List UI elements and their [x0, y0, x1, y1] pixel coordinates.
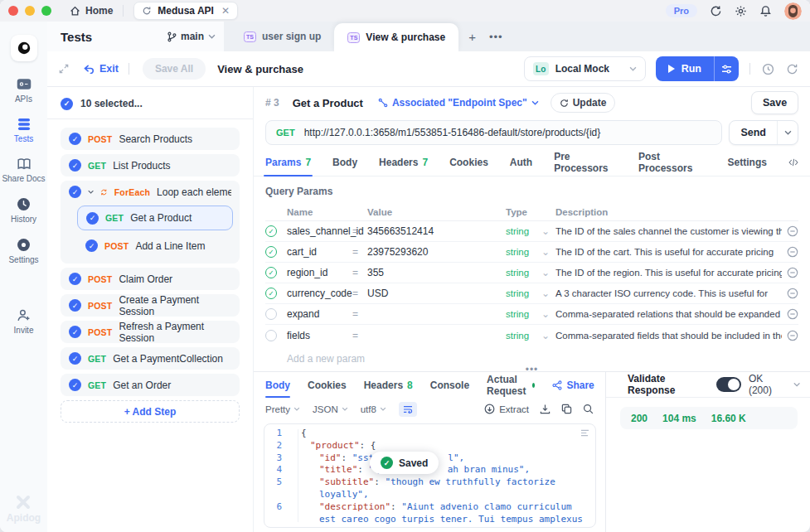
param-value[interactable]: 355 [367, 267, 506, 278]
step-checkbox[interactable]: ✓ [69, 159, 81, 172]
word-wrap-button[interactable] [399, 402, 417, 417]
tab-view-and-purchase[interactable]: TS View & purchase [334, 23, 458, 51]
type-chevron-icon[interactable]: ⌄ [541, 288, 555, 299]
remove-param-icon[interactable] [787, 267, 798, 278]
param-description[interactable]: The ID of the sales channel the customer… [555, 226, 782, 236]
param-name[interactable]: fields [287, 330, 352, 341]
app-logo[interactable] [11, 35, 37, 61]
select-all-checkbox[interactable]: ✓ [61, 98, 73, 110]
send-button[interactable]: Send [730, 121, 778, 144]
url-input[interactable]: GET http://127.0.0.1:3658/m1/553851-5164… [265, 120, 722, 145]
sidebar-item-history[interactable]: History [11, 197, 36, 224]
tab-body[interactable]: Body [332, 148, 357, 176]
collapse-panel-icon[interactable] [59, 64, 69, 74]
tab-pre-processors[interactable]: Pre Processors [554, 148, 617, 176]
step-list-products[interactable]: ✓ GET List Products [61, 154, 240, 177]
add-step-button[interactable]: + Add Step [61, 400, 240, 423]
chevron-down-icon[interactable] [88, 189, 94, 195]
save-all-button[interactable]: Save All [143, 58, 206, 80]
step-checkbox[interactable]: ✓ [69, 379, 81, 391]
type-chevron-icon[interactable]: ⌄ [541, 308, 555, 320]
param-type[interactable]: string [506, 247, 541, 257]
project-tab[interactable]: Medusa API ✕ [133, 2, 238, 20]
response-body-code[interactable]: 1{2"product": {3"id": "sstjkQJ\l",4"titl… [264, 423, 596, 528]
home-button[interactable]: Home [70, 5, 113, 17]
step-get-a-product[interactable]: ✓ GET Get a Product [77, 206, 233, 230]
param-type[interactable]: string [506, 268, 541, 278]
step-checkbox[interactable]: ✓ [69, 273, 81, 285]
type-chevron-icon[interactable]: ⌄ [541, 267, 555, 278]
new-tab-button[interactable]: + [468, 30, 476, 44]
param-enabled-checkbox[interactable]: ✓ [265, 330, 277, 341]
tab-post-processors[interactable]: Post Processors [638, 148, 706, 176]
step-checkbox[interactable]: ✓ [69, 186, 81, 198]
param-name[interactable]: currency_code [287, 288, 352, 299]
param-enabled-checkbox[interactable]: ✓ [265, 225, 277, 237]
sidebar-item-settings[interactable]: Settings [8, 238, 38, 264]
sidebar-item-share-docs[interactable]: Share Docs [2, 157, 45, 183]
tab-console[interactable]: Console [430, 372, 469, 398]
bell-icon[interactable] [759, 5, 772, 17]
download-icon[interactable] [540, 404, 551, 414]
close-window-button[interactable] [8, 6, 18, 16]
param-type[interactable]: string [506, 226, 541, 236]
step-create-payment-session[interactable]: ✓ POST Create a Payment Session [61, 294, 240, 317]
param-enabled-checkbox[interactable]: ✓ [265, 267, 277, 278]
restore-icon[interactable] [786, 63, 798, 75]
step-checkbox[interactable]: ✓ [69, 299, 81, 312]
step-checkbox[interactable]: ✓ [69, 352, 81, 365]
tab-overflow-button[interactable]: ••• [489, 31, 503, 43]
encoding-select[interactable]: utf8 [361, 404, 386, 414]
remove-param-icon[interactable] [787, 246, 798, 258]
step-get-payment-collection[interactable]: ✓ GET Get a PaymentCollection [61, 347, 240, 370]
selection-summary-row[interactable]: ✓ 10 selected... [61, 94, 240, 114]
param-enabled-checkbox[interactable]: ✓ [265, 246, 277, 258]
tab-settings[interactable]: Settings [728, 148, 767, 176]
send-options-button[interactable] [778, 130, 798, 135]
param-description[interactable]: The ID of the region. This is useful for… [555, 268, 782, 278]
step-get-an-order[interactable]: ✓ GET Get an Order [61, 374, 240, 396]
minimize-window-button[interactable] [25, 6, 35, 16]
code-view-icon[interactable] [788, 157, 798, 167]
run-button[interactable]: Run [656, 56, 714, 81]
param-name[interactable]: cart_id [287, 246, 352, 258]
param-description[interactable]: Comma-separated relations that should be… [555, 309, 782, 319]
param-description[interactable]: A 3 character ISO currency code. This is… [555, 288, 782, 298]
tab-user-sign-up[interactable]: TS user sign up [230, 22, 334, 51]
step-search-products[interactable]: ✓ POST Search Products [61, 128, 240, 150]
associated-endpoint-link[interactable]: Associated "Endpoint Spec" [378, 97, 539, 109]
remove-param-icon[interactable] [787, 288, 798, 299]
param-type[interactable]: string [506, 309, 541, 319]
chevron-down-icon[interactable] [793, 382, 800, 387]
param-value[interactable]: 345663512414 [367, 225, 506, 237]
tab-response-body[interactable]: Body [265, 372, 290, 398]
tab-cookies[interactable]: Cookies [449, 148, 488, 176]
step-foreach[interactable]: ✓ ForEach Loop each element in {{ [61, 181, 240, 203]
user-avatar[interactable] [784, 2, 802, 20]
tab-headers[interactable]: Headers7 [379, 148, 428, 176]
run-history-icon[interactable] [762, 63, 774, 75]
tab-response-headers[interactable]: Headers8 [364, 372, 413, 398]
pretty-select[interactable]: Pretty [265, 404, 300, 414]
tab-auth[interactable]: Auth [510, 148, 532, 176]
tab-params[interactable]: Params7 [265, 148, 311, 176]
param-enabled-checkbox[interactable]: ✓ [265, 308, 277, 320]
format-select[interactable]: JSON [313, 404, 348, 414]
step-checkbox[interactable]: ✓ [86, 212, 99, 225]
sidebar-item-invite[interactable]: Invite [14, 308, 34, 335]
exit-button[interactable]: Exit [84, 63, 119, 75]
search-icon[interactable] [583, 404, 594, 414]
step-refresh-payment-session[interactable]: ✓ POST Refresh a Payment Session [61, 321, 240, 343]
step-checkbox[interactable]: ✓ [69, 326, 81, 338]
param-value[interactable]: 23975293620 [367, 246, 506, 258]
sidebar-item-tests[interactable]: Tests [14, 118, 33, 143]
share-button[interactable]: Share [552, 380, 594, 391]
remove-param-icon[interactable] [787, 330, 798, 341]
param-name[interactable]: expand [287, 308, 352, 320]
remove-param-icon[interactable] [787, 225, 798, 237]
type-chevron-icon[interactable]: ⌄ [541, 225, 555, 237]
param-type[interactable]: string [506, 288, 541, 298]
step-claim-order[interactable]: ✓ POST Claim Order [61, 268, 240, 290]
step-checkbox[interactable]: ✓ [85, 239, 98, 252]
param-type[interactable]: string [506, 331, 541, 341]
